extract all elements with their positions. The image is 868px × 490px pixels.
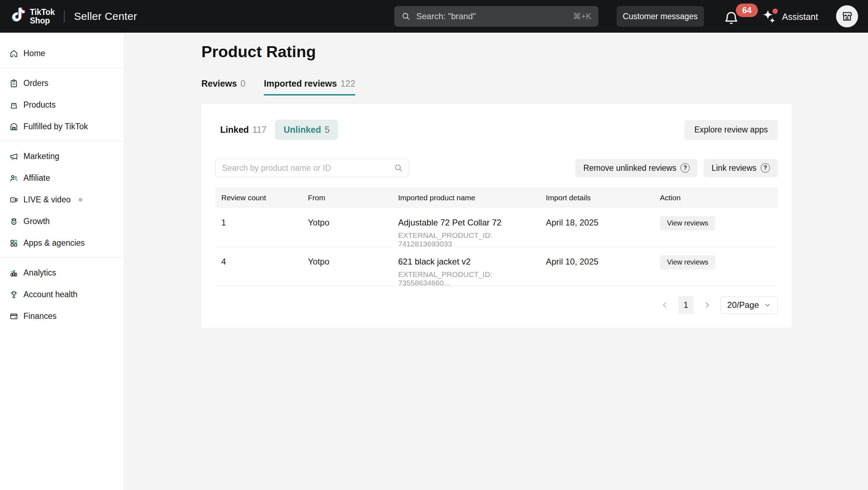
- action-cell: View reviews: [654, 257, 778, 270]
- next-page-button[interactable]: [703, 301, 711, 309]
- sidebar-item-live-video[interactable]: LIVE & video: [0, 189, 124, 211]
- tab-imported-reviews[interactable]: Imported reviews 122: [264, 78, 355, 96]
- search-icon: [394, 163, 403, 173]
- video-camera-icon: [9, 195, 18, 205]
- product-name: 621 black jacket v2: [398, 257, 540, 267]
- warehouse-icon: [9, 122, 18, 131]
- sidebar-item-label: Growth: [23, 217, 50, 226]
- page-number[interactable]: 1: [678, 296, 694, 314]
- filter-count: 117: [253, 125, 267, 135]
- live-video-status-dot: [78, 198, 82, 202]
- sidebar-item-account-health[interactable]: Account health: [0, 284, 124, 305]
- sidebar-item-label: LIVE & video: [23, 195, 71, 205]
- notifications-button[interactable]: 64: [722, 4, 758, 29]
- store-switcher-button[interactable]: [836, 5, 858, 27]
- help-icon[interactable]: ?: [680, 163, 690, 173]
- imported-reviews-card: Linked 117 Unlinked 5 Explore review app…: [201, 104, 792, 328]
- column-header: Imported product name: [392, 194, 540, 202]
- global-search[interactable]: ⌘+K: [394, 6, 598, 27]
- sidebar-divider: [0, 257, 124, 258]
- import-date-cell: April 10, 2025: [540, 257, 654, 267]
- page-title: Product Rating: [201, 43, 316, 61]
- previous-page-button[interactable]: [661, 301, 669, 309]
- sidebar-item-finances[interactable]: Finances: [0, 305, 124, 327]
- analytics-chart-icon: [9, 268, 18, 278]
- sidebar-item-growth[interactable]: Growth: [0, 211, 124, 232]
- review-count-cell: 1: [215, 218, 302, 228]
- tab-label: Reviews: [201, 78, 237, 89]
- notification-count-badge: 64: [736, 4, 758, 17]
- column-header: Review count: [215, 194, 302, 202]
- sidebar-item-marketing[interactable]: Marketing: [0, 146, 124, 167]
- assistant-alert-dot: [772, 9, 778, 14]
- products-icon: [9, 100, 18, 110]
- tab-count: 0: [240, 78, 245, 89]
- sidebar-item-label: Products: [23, 100, 56, 110]
- app-title: Seller Center: [74, 10, 137, 22]
- tiktok-shop-logo[interactable]: TikTok Shop: [10, 7, 55, 26]
- from-cell: Yotpo: [302, 257, 392, 267]
- sidebar-item-analytics[interactable]: Analytics: [0, 262, 124, 284]
- page-size-select[interactable]: 20/Page: [721, 296, 778, 314]
- filter-label: Linked: [220, 125, 249, 135]
- sidebar-item-label: Apps & agencies: [23, 238, 85, 248]
- sidebar-divider: [0, 141, 124, 141]
- sidebar-item-label: Finances: [23, 311, 56, 321]
- view-reviews-button[interactable]: View reviews: [660, 216, 715, 230]
- sidebar-item-products[interactable]: Products: [0, 94, 124, 116]
- sidebar-divider: [0, 68, 124, 68]
- chevron-left-icon: [661, 301, 669, 309]
- view-reviews-button[interactable]: View reviews: [660, 255, 715, 270]
- sidebar-item-label: Orders: [23, 78, 48, 88]
- chevron-down-icon: [764, 301, 771, 309]
- page-size-value: 20/Page: [727, 300, 759, 310]
- storefront-icon: [841, 10, 853, 23]
- review-count-cell: 4: [215, 257, 302, 267]
- explore-review-apps-button[interactable]: Explore review apps: [684, 120, 778, 140]
- chevron-right-icon: [703, 301, 711, 309]
- sidebar-item-fulfilled-by-tiktok[interactable]: Fulfilled by TikTok: [0, 116, 124, 137]
- tab-label: Imported reviews: [264, 78, 337, 89]
- column-header: From: [302, 194, 392, 202]
- sidebar-item-apps-agencies[interactable]: Apps & agencies: [0, 232, 124, 254]
- filter-linked[interactable]: Linked 117: [220, 125, 266, 135]
- sidebar-item-home[interactable]: Home: [0, 43, 124, 64]
- from-cell: Yotpo: [302, 218, 392, 228]
- toolbar-row: Remove unlinked reviews ? Link reviews ?: [215, 159, 778, 177]
- product-cell: Adjustable 72 Pet Collar 72 EXTERNAL_PRO…: [392, 218, 540, 248]
- top-header: TikTok Shop Seller Center ⌘+K Customer m…: [0, 0, 868, 33]
- link-reviews-button[interactable]: Link reviews ?: [704, 159, 778, 177]
- remove-unlinked-reviews-button[interactable]: Remove unlinked reviews ?: [575, 159, 698, 177]
- external-product-id: EXTERNAL_PRODUCT_ID: 73558634660...: [398, 270, 540, 287]
- header-divider: [64, 10, 65, 22]
- tab-count: 122: [341, 78, 356, 89]
- button-label: Link reviews: [711, 163, 756, 173]
- pagination: 1 20/Page: [215, 296, 778, 314]
- imported-reviews-table: Review count From Imported product name …: [215, 187, 778, 286]
- sidebar-item-label: Affiliate: [23, 173, 50, 183]
- sidebar-item-affiliate[interactable]: Affiliate: [0, 167, 124, 189]
- sidebar-item-orders[interactable]: Orders: [0, 72, 124, 94]
- product-search-input[interactable]: [221, 163, 394, 173]
- apps-grid-icon: [9, 239, 18, 248]
- table-row: 1 Yotpo Adjustable 72 Pet Collar 72 EXTE…: [215, 208, 778, 247]
- linked-filter-row: Linked 117 Unlinked 5 Explore review app…: [215, 120, 778, 140]
- search-shortcut: ⌘+K: [573, 12, 591, 21]
- tab-reviews[interactable]: Reviews 0: [201, 78, 245, 96]
- customer-messages-button[interactable]: Customer messages: [617, 6, 704, 27]
- sidebar-item-label: Account health: [23, 290, 77, 299]
- growth-medal-icon: [9, 217, 18, 226]
- assistant-label: Assistant: [782, 12, 818, 22]
- sidebar: Home Orders Products Fulfilled by TikTok: [0, 33, 124, 490]
- product-search[interactable]: [215, 159, 409, 177]
- finances-card-icon: [9, 312, 18, 321]
- table-row: 4 Yotpo 621 black jacket v2 EXTERNAL_PRO…: [215, 247, 778, 286]
- action-cell: View reviews: [654, 218, 778, 230]
- tab-bar: Reviews 0 Imported reviews 122: [201, 78, 355, 96]
- global-search-input[interactable]: [416, 11, 568, 22]
- assistant-button[interactable]: Assistant: [760, 8, 818, 26]
- help-icon[interactable]: ?: [761, 163, 770, 173]
- external-product-id: EXTERNAL_PRODUCT_ID: 7412813693033: [398, 231, 540, 248]
- logo-wordmark: TikTok Shop: [30, 8, 55, 25]
- filter-unlinked[interactable]: Unlinked 5: [275, 120, 338, 140]
